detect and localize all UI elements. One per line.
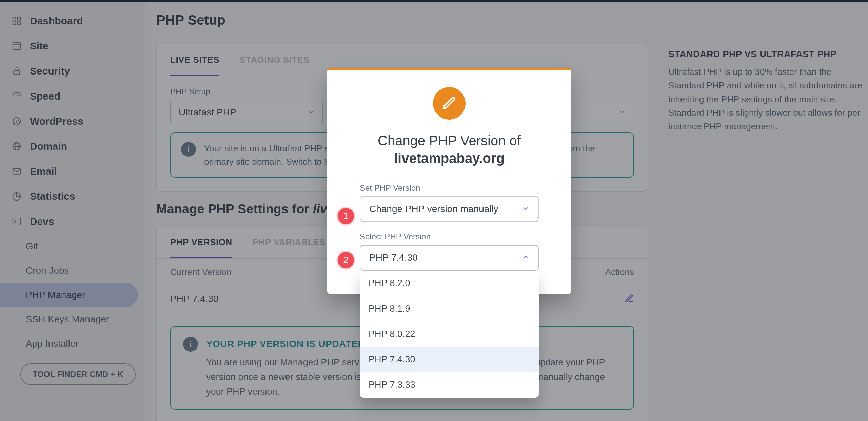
set-php-label: Set PHP Version bbox=[360, 183, 539, 193]
set-php-value: Change PHP version manually bbox=[369, 204, 498, 214]
php-option[interactable]: PHP 8.0.22 bbox=[360, 321, 539, 347]
step-badge-1: 1 bbox=[338, 208, 354, 224]
set-php-select[interactable]: Change PHP version manually bbox=[360, 196, 539, 222]
php-option[interactable]: PHP 8.2.0 bbox=[360, 271, 539, 296]
modal-title: Change PHP Version of livetampabay.org bbox=[360, 132, 539, 167]
modal-body: Change PHP Version of livetampabay.org S… bbox=[327, 70, 571, 271]
select-php-value: PHP 7.4.30 bbox=[369, 252, 418, 263]
modal-title-line1: Change PHP Version of bbox=[378, 133, 521, 148]
step-badge-2: 2 bbox=[338, 252, 354, 268]
php-option[interactable]: PHP 7.3.33 bbox=[360, 372, 539, 398]
set-php-group: Set PHP Version Change PHP version manua… bbox=[360, 183, 539, 222]
select-php-group: Select PHP Version PHP 7.4.30 PHP 8.2.0 … bbox=[360, 232, 539, 271]
chevron-up-icon bbox=[522, 252, 529, 263]
php-version-dropdown: PHP 8.2.0 PHP 8.1.9 PHP 8.0.22 PHP 7.4.3… bbox=[360, 271, 539, 398]
modal-title-domain: livetampabay.org bbox=[360, 149, 539, 167]
php-option[interactable]: PHP 7.4.30 bbox=[360, 347, 539, 372]
modal-accent-bar bbox=[327, 68, 571, 70]
chevron-down-icon bbox=[522, 204, 529, 214]
select-php-label: Select PHP Version bbox=[360, 232, 539, 241]
change-php-modal: Change PHP Version of livetampabay.org S… bbox=[327, 68, 571, 294]
php-option[interactable]: PHP 8.1.9 bbox=[360, 296, 539, 321]
pencil-icon bbox=[433, 87, 466, 120]
select-php-select[interactable]: PHP 7.4.30 bbox=[360, 245, 539, 271]
